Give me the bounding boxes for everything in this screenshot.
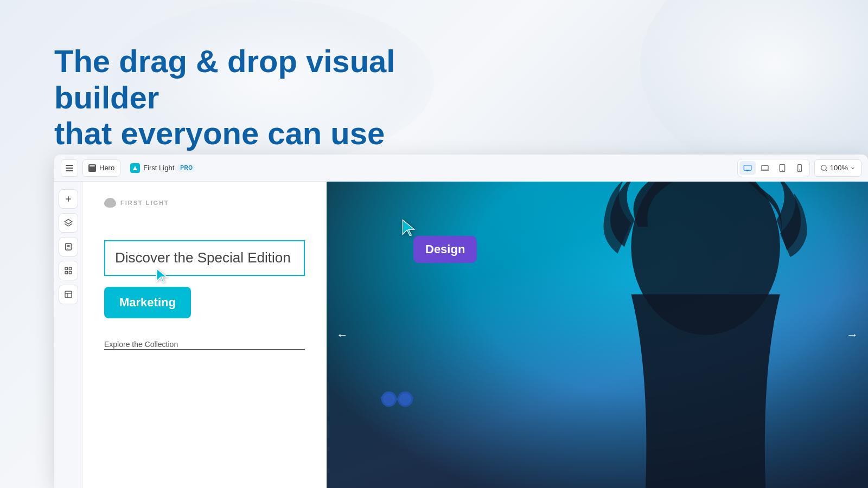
- svg-marker-26: [157, 268, 167, 282]
- explore-link[interactable]: Explore the Collection: [104, 340, 305, 350]
- tab-label: Hero: [99, 164, 114, 172]
- browser-mockup: Hero First Light PRO: [54, 155, 868, 488]
- marketing-button[interactable]: Marketing: [104, 287, 191, 318]
- canvas-area: FIRST LIGHT Discover the Special Edition…: [82, 182, 868, 488]
- design-label: Design: [413, 236, 477, 263]
- preview-left: FIRST LIGHT Discover the Special Edition…: [82, 182, 327, 488]
- svg-marker-28: [403, 220, 414, 236]
- add-element-button[interactable]: [59, 189, 78, 209]
- page-preview: FIRST LIGHT Discover the Special Edition…: [82, 182, 868, 488]
- svg-rect-20: [69, 267, 72, 270]
- sidebar: [54, 182, 82, 488]
- preview-right: Design: [327, 182, 868, 488]
- tab-hero[interactable]: Hero: [82, 159, 120, 177]
- layers-button[interactable]: [59, 213, 78, 233]
- svg-rect-21: [65, 271, 68, 274]
- device-mobile-button[interactable]: [792, 161, 808, 175]
- hamburger-icon: [66, 165, 73, 171]
- svg-rect-22: [69, 271, 72, 274]
- svg-rect-19: [65, 267, 68, 270]
- pages-button[interactable]: [59, 237, 78, 256]
- browser-toolbar: Hero First Light PRO: [54, 155, 868, 182]
- device-laptop-button[interactable]: [757, 161, 773, 175]
- svg-point-34: [384, 394, 395, 405]
- svg-marker-0: [133, 166, 137, 170]
- cursor-icon: [154, 267, 169, 285]
- svg-rect-4: [762, 165, 768, 170]
- hero-title: The drag & drop visual builder that ever…: [54, 43, 434, 152]
- apps-button[interactable]: [59, 261, 78, 280]
- project-icon: [130, 163, 140, 173]
- heading-text: Discover the Special Edition: [115, 249, 294, 267]
- browser-body: FIRST LIGHT Discover the Special Edition…: [54, 182, 868, 488]
- nav-arrow-left[interactable]: ←: [336, 328, 348, 342]
- cursor-right-icon: [400, 219, 417, 238]
- preview-logo: FIRST LIGHT: [104, 198, 305, 208]
- logo-text: FIRST LIGHT: [120, 200, 169, 206]
- project-info: First Light PRO: [125, 161, 201, 175]
- svg-rect-23: [65, 291, 72, 298]
- svg-point-35: [400, 394, 411, 405]
- svg-line-11: [825, 169, 827, 171]
- svg-marker-14: [65, 219, 72, 224]
- project-name: First Light: [143, 164, 174, 172]
- zoom-control[interactable]: 100%: [814, 159, 861, 177]
- heading-text-box[interactable]: Discover the Special Edition: [104, 240, 305, 276]
- svg-rect-8: [797, 164, 801, 171]
- device-tablet-button[interactable]: [774, 161, 790, 175]
- zoom-value: 100%: [830, 164, 848, 172]
- logo-shape-icon: [104, 198, 116, 208]
- device-selector: [737, 159, 810, 177]
- hamburger-button[interactable]: [61, 159, 78, 177]
- svg-rect-1: [744, 165, 751, 170]
- device-desktop-button[interactable]: [739, 161, 756, 175]
- hero-tab-icon: [88, 164, 96, 172]
- nav-arrow-right[interactable]: →: [846, 328, 858, 342]
- hero-section: The drag & drop visual builder that ever…: [54, 43, 434, 152]
- templates-button[interactable]: [59, 285, 78, 304]
- glasses-element: [381, 383, 413, 418]
- pro-badge: PRO: [177, 164, 195, 172]
- svg-point-10: [821, 165, 826, 170]
